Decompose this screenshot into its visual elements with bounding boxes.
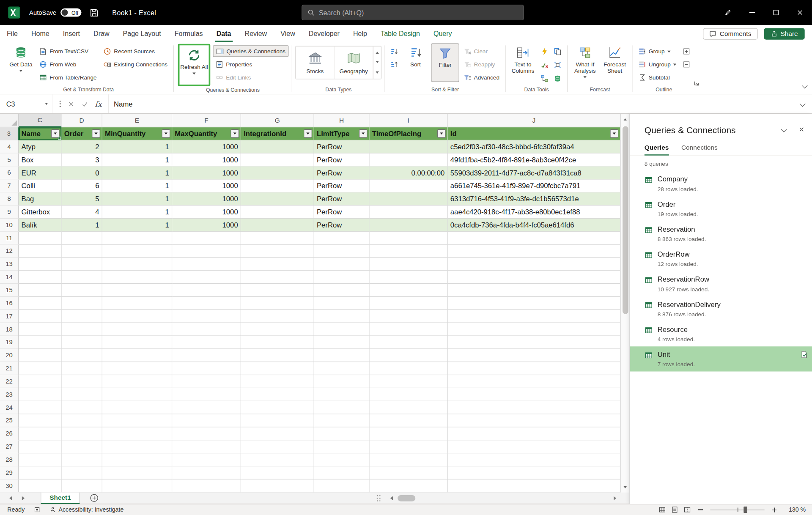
cell-E30[interactable] [102,479,172,493]
column-header-D[interactable]: D [62,114,102,127]
cell-E20[interactable] [102,349,172,362]
cell-E3[interactable]: MinQuantity [102,127,172,140]
filter-button[interactable]: Filter [431,43,459,82]
normal-view-button[interactable] [658,506,666,513]
row-header-19[interactable]: 19 [0,336,19,349]
cell-I11[interactable] [370,232,448,245]
existing-connections-button[interactable]: Existing Connections [101,58,170,70]
cell-F29[interactable] [172,466,241,479]
cell-I23[interactable] [370,388,448,401]
cell-D20[interactable] [62,349,102,362]
cell-H11[interactable] [314,232,370,245]
cell-H29[interactable] [314,466,370,479]
cell-H7[interactable]: PerRow [314,179,370,192]
cell-H17[interactable] [314,310,370,323]
cell-G27[interactable] [241,440,314,453]
cell-G18[interactable] [241,323,314,336]
tab-query[interactable]: Query [427,25,459,42]
cell-J8[interactable]: 6313d716-4f53-41f9-a3fe-dc1b56573d1e [448,192,620,205]
cell-J28[interactable] [448,453,620,466]
cell-C16[interactable] [19,297,61,310]
cell-F20[interactable] [172,349,241,362]
row-header-6[interactable]: 6 [0,167,19,180]
fill-handle[interactable] [58,137,61,140]
cell-J7[interactable]: a661e745-361e-41f9-89e7-d90fcbc7a791 [448,179,620,192]
cell-G22[interactable] [241,375,314,388]
cell-G14[interactable] [241,271,314,284]
row-header-27[interactable]: 27 [0,440,19,453]
cell-I24[interactable] [370,401,448,414]
cell-G10[interactable] [241,219,314,232]
query-item-reservationrow[interactable]: ReservationRow10 927 rows loaded. [630,271,812,296]
properties-button[interactable]: Properties [213,58,288,70]
cell-J21[interactable] [448,362,620,375]
cell-C30[interactable] [19,479,61,493]
cell-J6[interactable]: 55903d39-2011-4d77-ac8c-d7a843f31ca8 [448,167,620,180]
cell-F24[interactable] [172,401,241,414]
subtotal-button[interactable]: Subtotal [636,71,679,83]
horizontal-scroll-thumb[interactable] [398,495,415,501]
cell-F9[interactable]: 1000 [172,205,241,219]
cell-C28[interactable] [19,453,61,466]
hscroll-left-button[interactable] [385,493,396,504]
cell-J10[interactable]: 0ca4cfdb-736a-4fda-b4f4-fc05ae614fd6 [448,219,620,232]
cell-C7[interactable]: Colli [19,179,61,192]
column-header-C[interactable]: C [19,114,61,127]
cell-H21[interactable] [314,362,370,375]
from-text-csv-button[interactable]: From Text/CSV [36,45,99,57]
pane-options-button[interactable] [781,126,787,132]
cell-H10[interactable]: PerRow [314,219,370,232]
row-header-21[interactable]: 21 [0,362,19,375]
cell-G21[interactable] [241,362,314,375]
cell-C14[interactable] [19,271,61,284]
cell-G7[interactable] [241,179,314,192]
cell-G12[interactable] [241,245,314,258]
row-header-17[interactable]: 17 [0,310,19,323]
cell-I6[interactable]: 0.00:00:00 [370,167,448,180]
cell-E14[interactable] [102,271,172,284]
filter-dropdown-id[interactable] [610,129,618,138]
cell-I18[interactable] [370,323,448,336]
query-item-orderrow[interactable]: OrderRow12 rows loaded. [630,246,812,271]
gallery-more-button[interactable] [373,68,381,79]
cell-J22[interactable] [448,375,620,388]
cell-D18[interactable] [62,323,102,336]
cell-J25[interactable] [448,414,620,427]
cell-C29[interactable] [19,466,61,479]
cell-F10[interactable]: 1000 [172,219,241,232]
cell-I10[interactable] [370,219,448,232]
cell-C4[interactable]: Atyp [19,140,61,153]
tab-help[interactable]: Help [346,25,374,42]
zoom-in-button[interactable] [772,507,776,512]
tab-insert[interactable]: Insert [56,25,87,42]
cell-G13[interactable] [241,258,314,271]
row-header-25[interactable]: 25 [0,414,19,427]
cell-J12[interactable] [448,245,620,258]
cell-I4[interactable] [370,140,448,153]
cell-D17[interactable] [62,310,102,323]
cell-G6[interactable] [241,167,314,180]
cell-C25[interactable] [19,414,61,427]
cell-E15[interactable] [102,284,172,297]
cell-C9[interactable]: Gitterbox [19,205,61,219]
cell-I12[interactable] [370,245,448,258]
cell-J11[interactable] [448,232,620,245]
sort-z-to-a-button[interactable] [388,58,400,70]
collapse-ribbon-button[interactable] [803,80,807,90]
manage-data-model-button[interactable] [551,73,563,84]
show-detail-button[interactable] [680,45,692,57]
cell-E26[interactable] [102,427,172,441]
cell-F26[interactable] [172,427,241,441]
cell-E7[interactable]: 1 [102,179,172,192]
cell-I7[interactable] [370,179,448,192]
cancel-button[interactable] [68,101,74,107]
cell-H6[interactable]: PerRow [314,167,370,180]
cell-F7[interactable]: 1000 [172,179,241,192]
get-data-button[interactable]: Get Data [7,43,35,82]
cell-F11[interactable] [172,232,241,245]
cell-F3[interactable]: MaxQuantity [172,127,241,140]
cell-C24[interactable] [19,401,61,414]
tab-page-layout[interactable]: Page Layout [116,25,168,42]
cell-J13[interactable] [448,258,620,271]
column-header-I[interactable]: I [370,114,448,127]
